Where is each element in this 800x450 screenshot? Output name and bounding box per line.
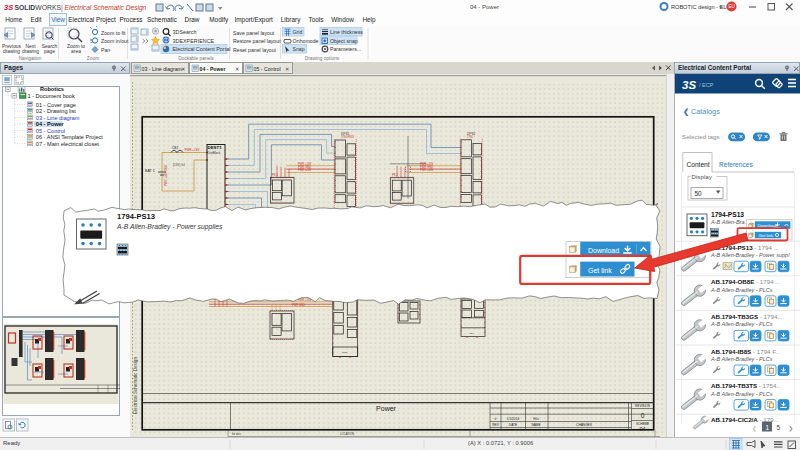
- svg-text:AB.1794-OB8E - 1794 ...: AB.1794-OB8E - 1794 ...: [711, 278, 781, 285]
- svg-text:Drawing options: Drawing options: [305, 56, 340, 61]
- svg-text:A-B Allen-Bradley - PLCs: A-B Allen-Bradley - PLCs: [710, 321, 773, 327]
- svg-text:PWR +24V: PWR +24V: [298, 162, 312, 166]
- svg-text:Download: Download: [758, 223, 778, 228]
- svg-text:ABT: ABT: [469, 332, 474, 335]
- svg-text:Power: Power: [376, 405, 397, 412]
- svg-text:Dockable panels: Dockable panels: [178, 56, 214, 61]
- svg-text:PWR +24V: PWR +24V: [420, 168, 434, 172]
- svg-text:02 - Drawing list: 02 - Drawing list: [36, 108, 77, 114]
- svg-text:BAT 1: BAT 1: [145, 169, 155, 173]
- svg-text:01 - Cover page: 01 - Cover page: [36, 102, 76, 108]
- svg-text:[24V] G4: [24V] G4: [173, 163, 185, 167]
- svg-text:03 - Line diagram: 03 - Line diagram: [142, 66, 182, 72]
- svg-text:AB.1794-PS13 - 1794 ...: AB.1794-PS13 - 1794 ...: [711, 244, 779, 251]
- svg-text:Reset panel layout: Reset panel layout: [233, 47, 277, 53]
- svg-text:DistBlock: DistBlock: [208, 151, 221, 155]
- svg-text:Content: Content: [687, 161, 710, 168]
- svg-text:50: 50: [695, 190, 703, 197]
- svg-text:Library: Library: [281, 16, 301, 24]
- svg-text:Tools: Tools: [309, 16, 324, 23]
- svg-text:Zoom: Zoom: [87, 56, 99, 61]
- svg-text:PS 1: PS 1: [272, 173, 279, 177]
- svg-text:DATE: DATE: [509, 423, 517, 427]
- svg-text:PWR +24V: PWR +24V: [420, 162, 434, 166]
- svg-text:Schematic: Schematic: [147, 16, 178, 23]
- svg-text:Display: Display: [692, 173, 713, 180]
- svg-text:A-B Allen-Bra...: A-B Allen-Bra...: [710, 219, 749, 225]
- svg-text:04 - Power: 04 - Power: [36, 121, 65, 127]
- svg-text:1794-PS13: 1794-PS13: [711, 211, 744, 218]
- svg-text:Restore panel layout: Restore panel layout: [233, 38, 281, 44]
- svg-text:PWR GND: PWR GND: [420, 165, 433, 169]
- svg-text:❮: ❮: [683, 107, 689, 117]
- svg-text:SOLIDWORKS: SOLIDWORKS: [15, 4, 62, 11]
- svg-text:05 - Control: 05 - Control: [36, 128, 65, 134]
- svg-text:3DEXPERIENCE: 3DEXPERIENCE: [173, 38, 215, 44]
- svg-text:PWR GND: PWR GND: [292, 303, 305, 307]
- svg-text:REV: REV: [492, 423, 499, 427]
- svg-text:05 - Control: 05 - Control: [254, 66, 281, 72]
- svg-text:for dev.: for dev.: [232, 432, 241, 436]
- svg-text:Draw: Draw: [185, 16, 200, 23]
- svg-text:Robotics: Robotics: [40, 86, 64, 92]
- svg-text:1794-PS13: 1794-PS13: [341, 135, 355, 139]
- svg-text:AB.1794-TB3GS - 1794...: AB.1794-TB3GS - 1794...: [711, 313, 783, 320]
- svg-text:Grid: Grid: [293, 29, 303, 35]
- svg-text:04 - Power: 04 - Power: [470, 4, 499, 10]
- svg-text:Electrical Project: Electrical Project: [68, 16, 116, 24]
- svg-text:AB.1794-IB8S - 1794 F...: AB.1794-IB8S - 1794 F...: [711, 348, 781, 355]
- svg-text:✕: ✕: [285, 66, 289, 72]
- svg-text:03 - Line diagram: 03 - Line diagram: [36, 115, 80, 121]
- svg-text:Navigation: Navigation: [19, 56, 42, 61]
- svg-text:❯: ❯: [789, 425, 794, 432]
- svg-text:0: 0: [495, 417, 497, 421]
- svg-text:✕: ✕: [235, 66, 239, 72]
- svg-text:PWR +24V GND: PWR +24V GND: [164, 165, 168, 186]
- svg-text:DEST1: DEST1: [208, 145, 223, 150]
- svg-text:Process: Process: [119, 16, 142, 23]
- svg-text:CHANGES: CHANGES: [576, 423, 592, 427]
- svg-text:A-B Allen-Bradley - PLCs: A-B Allen-Bradley - PLCs: [710, 287, 773, 293]
- svg-text:HJs: HJs: [533, 417, 539, 421]
- svg-text:View: View: [51, 16, 65, 23]
- svg-text:5: 5: [90, 38, 93, 44]
- svg-text:page: page: [44, 49, 55, 54]
- svg-text:04: 04: [639, 426, 645, 432]
- svg-text:CB1: CB1: [172, 146, 178, 150]
- svg-text:PWR GND: PWR GND: [298, 165, 311, 169]
- svg-text:Object snap: Object snap: [330, 38, 358, 44]
- svg-text:Electrical Content Portal: Electrical Content Portal: [173, 46, 231, 52]
- svg-text:PWR +24V: PWR +24V: [185, 148, 200, 152]
- svg-text:SCHEME: SCHEME: [636, 422, 649, 426]
- svg-text:LOCATION: LOCATION: [340, 432, 354, 436]
- svg-text:NAME: NAME: [531, 423, 540, 427]
- svg-text:07 - Main electrical closet: 07 - Main electrical closet: [36, 141, 100, 147]
- svg-text:Save panel layout: Save panel layout: [233, 30, 275, 36]
- svg-text:Modify: Modify: [209, 16, 229, 24]
- svg-text:1794: 1794: [467, 135, 473, 139]
- svg-text:area: area: [71, 49, 81, 54]
- svg-text:✕: ✕: [181, 66, 185, 72]
- svg-text:1/1/2014: 1/1/2014: [507, 417, 520, 421]
- svg-text:1: 1: [766, 424, 770, 431]
- svg-text:Electrical Schematic Design: Electrical Schematic Design: [133, 357, 138, 414]
- svg-text:Edit: Edit: [30, 16, 41, 23]
- svg-text:AB.1794-TB3TS - 1754...: AB.1794-TB3TS - 1754...: [711, 382, 782, 389]
- svg-text:EU: EU: [729, 4, 735, 9]
- svg-text:Home: Home: [5, 16, 22, 23]
- svg-text:/ ECP: / ECP: [699, 82, 714, 88]
- svg-text:Orthomode: Orthomode: [293, 38, 319, 44]
- svg-text:drawing: drawing: [3, 49, 20, 54]
- svg-text:Snap: Snap: [293, 46, 305, 52]
- svg-text:1 - Document book: 1 - Document book: [28, 93, 75, 99]
- svg-text:Get link: Get link: [759, 233, 774, 238]
- svg-text:A-B Allen-Bradley - Power supp: A-B Allen-Bradley - Power suppl: [710, 252, 790, 258]
- svg-text:Zoom to fit: Zoom to fit: [101, 30, 126, 36]
- svg-text:0: 0: [641, 412, 645, 419]
- svg-text:REVISION: REVISION: [635, 404, 650, 408]
- svg-text:| Electrical Schematic Design: | Electrical Schematic Design: [61, 4, 147, 12]
- svg-text:3DSearch: 3DSearch: [173, 29, 197, 35]
- svg-text:A-B Allen-Bradley - PLCs: A-B Allen-Bradley - PLCs: [710, 356, 773, 362]
- svg-text:3S: 3S: [682, 79, 696, 91]
- svg-text:PWR +24V: PWR +24V: [298, 298, 312, 302]
